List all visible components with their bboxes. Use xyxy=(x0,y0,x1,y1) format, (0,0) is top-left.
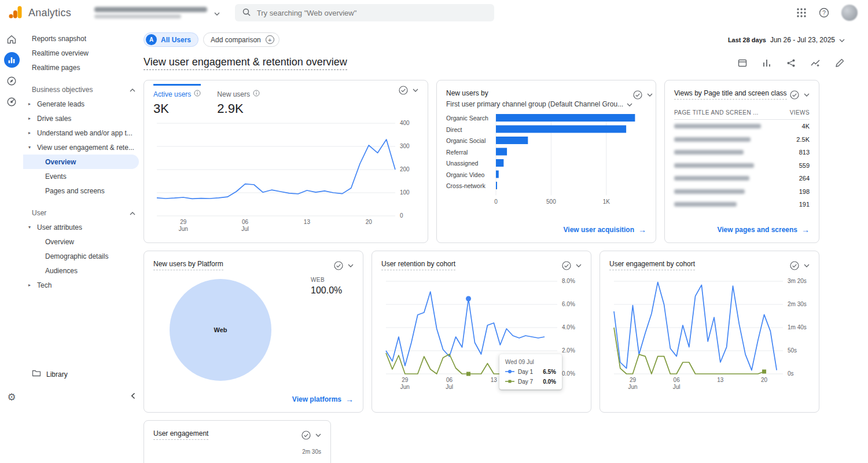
user-engagement-card: User engagement 2m 30s xyxy=(144,420,331,463)
date-range-caret-icon xyxy=(839,35,845,44)
channel-bar-chart[interactable]: 05001KOrganic SearchDirectOrganic Social… xyxy=(446,112,646,211)
column-header-page-title[interactable]: PAGE TITLE AND SCREEN ... xyxy=(674,109,759,116)
pie-center-label: Web xyxy=(214,326,227,333)
snapshot-card-icon[interactable] xyxy=(737,58,748,68)
sidebar-item-events[interactable]: Events xyxy=(23,169,139,183)
column-header-views[interactable]: VIEWS xyxy=(790,109,810,116)
sidebar-nav: Reports snapshotRealtime overviewRealtim… xyxy=(23,31,144,292)
dimension-selector[interactable]: First user primary channel group (Defaul… xyxy=(446,100,632,108)
card-options-caret-icon[interactable] xyxy=(647,93,653,97)
data-quality-icon[interactable] xyxy=(398,85,409,95)
sidebar-section-business-objectives[interactable]: Business objectives xyxy=(23,83,144,97)
share-icon[interactable] xyxy=(786,58,796,68)
card-options-caret-icon[interactable] xyxy=(804,264,810,267)
collapse-arrow-icon: ▾ xyxy=(28,225,31,230)
insights-icon[interactable] xyxy=(810,58,821,68)
svg-text:6.0%: 6.0% xyxy=(562,301,575,307)
sidebar-item-realtime-overview[interactable]: Realtime overview xyxy=(23,46,139,60)
svg-text:300: 300 xyxy=(400,143,410,149)
page-title-redacted xyxy=(674,189,745,194)
card-controls xyxy=(561,260,582,271)
engagement-line-chart[interactable]: 0s50s1m 40s2m 30s3m 20s29Jun06Jul1320 xyxy=(609,274,810,394)
nav-rail: ⚙ xyxy=(0,25,23,463)
charts-icon[interactable] xyxy=(762,58,772,68)
card-options-caret-icon[interactable] xyxy=(413,89,418,92)
card-options-caret-icon[interactable] xyxy=(576,264,582,267)
svg-text:Organic Search: Organic Search xyxy=(446,115,488,122)
data-quality-icon[interactable] xyxy=(333,260,344,271)
users-trend-card: Active users 3K New users 2.9K xyxy=(144,80,428,243)
admin-gear-icon[interactable]: ⚙ xyxy=(4,389,20,405)
view-platforms-link[interactable]: View platforms→ xyxy=(292,395,354,404)
pie-slice-web[interactable]: Web xyxy=(170,279,271,381)
expand-arrow-icon: ▸ xyxy=(28,116,31,121)
sidebar-item-understand-web-and-or-app-t[interactable]: ▸Understand web and/or app t... xyxy=(23,126,139,140)
explore-icon[interactable] xyxy=(4,73,20,89)
folder-icon xyxy=(32,369,41,379)
svg-text:29: 29 xyxy=(630,377,637,383)
card-options-caret-icon[interactable] xyxy=(315,433,321,437)
svg-text:50s: 50s xyxy=(788,347,797,354)
sidebar-item-audiences[interactable]: Audiences xyxy=(23,263,139,278)
sidebar-item-library[interactable]: Library xyxy=(32,369,68,379)
card-options-caret-icon[interactable] xyxy=(348,264,354,267)
all-users-label: All Users xyxy=(161,36,191,44)
add-comparison-chip[interactable]: Add comparison + xyxy=(203,32,279,47)
expand-arrow-icon: ▸ xyxy=(28,101,31,106)
search-bar[interactable] xyxy=(235,4,494,21)
card-controls xyxy=(789,90,810,100)
user-avatar[interactable] xyxy=(841,5,858,21)
account-selector[interactable] xyxy=(94,7,220,19)
date-range-picker[interactable]: Last 28 days Jun 26 - Jul 23, 2025 xyxy=(728,35,845,44)
data-quality-icon[interactable] xyxy=(632,90,643,100)
all-users-chip[interactable]: A All Users xyxy=(144,32,198,47)
svg-text:1K: 1K xyxy=(603,199,610,205)
sidebar-item-drive-sales[interactable]: ▸Drive sales xyxy=(23,111,139,126)
home-icon[interactable] xyxy=(4,31,20,47)
help-icon[interactable]: ? xyxy=(818,7,830,19)
sidebar-section-user[interactable]: User xyxy=(23,206,144,220)
svg-text:8.0%: 8.0% xyxy=(562,278,575,284)
plus-icon: + xyxy=(266,35,274,44)
chevron-up-icon xyxy=(130,86,135,94)
edit-report-icon[interactable] xyxy=(834,58,845,68)
collapse-sidebar-icon[interactable] xyxy=(131,392,135,401)
advertising-icon[interactable] xyxy=(4,94,20,109)
reports-icon[interactable] xyxy=(4,52,20,68)
search-input[interactable] xyxy=(257,9,487,17)
metric-tab-new-users[interactable]: New users 2.9K xyxy=(217,84,260,116)
metric-tab-active-users[interactable]: Active users 3K xyxy=(153,84,201,116)
retention-line-chart[interactable]: Wed 09 Jul Day 1 6.5% Day 7 0.0% xyxy=(381,274,582,394)
views-value: 559 xyxy=(799,162,810,169)
data-quality-icon[interactable] xyxy=(301,430,311,440)
sidebar-item-user-attributes[interactable]: ▾User attributes xyxy=(23,220,139,234)
sidebar-item-realtime-pages[interactable]: Realtime pages xyxy=(23,60,139,75)
sidebar-item-overview[interactable]: Overview xyxy=(23,155,139,169)
view-user-acquisition-link[interactable]: View user acquisition→ xyxy=(564,225,646,234)
page-title: View user engagement & retention overvie… xyxy=(144,56,347,68)
analytics-logo[interactable]: Analytics xyxy=(8,5,71,21)
svg-text:400: 400 xyxy=(400,120,410,126)
svg-text:Cross-network: Cross-network xyxy=(446,182,486,189)
search-icon xyxy=(242,8,251,19)
sidebar-item-overview[interactable]: Overview xyxy=(23,234,139,249)
data-quality-icon[interactable] xyxy=(789,260,800,271)
data-quality-icon[interactable] xyxy=(789,90,800,100)
svg-text:3m 20s: 3m 20s xyxy=(788,278,807,284)
svg-text:13: 13 xyxy=(304,219,311,225)
card-options-caret-icon[interactable] xyxy=(804,93,810,97)
apps-grid-icon[interactable] xyxy=(796,8,807,18)
sidebar-item-tech[interactable]: ▸Tech xyxy=(23,278,139,292)
card-controls xyxy=(333,260,354,271)
data-quality-icon[interactable] xyxy=(561,260,572,271)
active-users-chart[interactable]: 010020030040029Jun06Jul1320 xyxy=(153,120,418,236)
sidebar-item-pages-and-screens[interactable]: Pages and screens xyxy=(23,183,139,198)
sidebar-item-reports-snapshot[interactable]: Reports snapshot xyxy=(23,31,139,46)
view-pages-screens-link[interactable]: View pages and screens→ xyxy=(717,225,810,234)
svg-text:13: 13 xyxy=(717,377,724,383)
platform-pie-chart[interactable]: Web WEB 100.0% xyxy=(153,273,354,395)
top-app-bar: Analytics ? xyxy=(0,0,868,25)
sidebar-item-generate-leads[interactable]: ▸Generate leads xyxy=(23,97,139,111)
sidebar-item-view-user-engagement-rete[interactable]: ▾View user engagement & rete... xyxy=(23,140,139,155)
sidebar-item-demographic-details[interactable]: Demographic details xyxy=(23,249,139,263)
